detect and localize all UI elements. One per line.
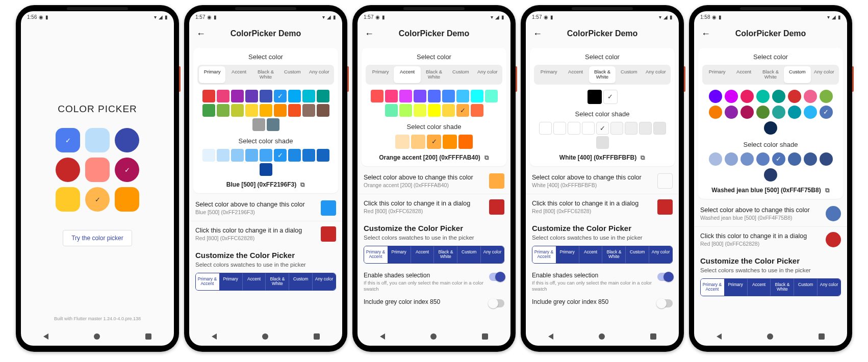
segment-any-color[interactable]: Any color <box>313 273 336 290</box>
segment-custom[interactable]: Custom <box>626 246 649 263</box>
copy-icon[interactable]: ⧉ <box>825 187 830 194</box>
color-chip[interactable] <box>458 135 473 149</box>
tab-black-white[interactable]: Black & White <box>421 66 447 83</box>
color-chip[interactable]: ✓ <box>274 149 287 162</box>
back-button[interactable]: ← <box>363 27 376 41</box>
home-swatch[interactable]: ✓ <box>85 187 110 212</box>
copy-icon[interactable]: ⧉ <box>641 154 645 161</box>
nav-home-icon[interactable] <box>94 333 100 340</box>
tab-any-color[interactable]: Any color <box>643 66 669 83</box>
color-chip[interactable] <box>231 149 244 162</box>
segment-primary[interactable]: Primary <box>556 246 579 263</box>
color-chip[interactable] <box>456 90 469 102</box>
color-chip[interactable] <box>302 149 315 162</box>
color-chip[interactable] <box>764 121 777 135</box>
segment-accent[interactable]: Accent <box>243 273 266 290</box>
color-chip[interactable] <box>260 104 272 117</box>
color-chip[interactable] <box>317 149 329 162</box>
dialog-color-row[interactable]: Click this color to change it in a dialo… <box>694 228 847 251</box>
tab-black-white[interactable]: Black & White <box>757 66 784 83</box>
home-swatch[interactable] <box>56 187 80 212</box>
nav-back-icon[interactable] <box>212 333 217 340</box>
include-grey-switch[interactable] <box>657 299 673 307</box>
tab-custom[interactable]: Custom <box>447 66 474 83</box>
color-chip[interactable] <box>442 90 455 102</box>
color-chip[interactable] <box>260 90 272 102</box>
back-button[interactable]: ← <box>699 27 712 41</box>
back-button[interactable]: ← <box>531 27 544 41</box>
tab-accent[interactable]: Accent <box>225 66 252 83</box>
color-chip[interactable]: ✓ <box>820 106 833 119</box>
nav-back-icon[interactable] <box>43 333 48 340</box>
color-chip[interactable] <box>443 135 457 149</box>
color-chip[interactable] <box>725 152 738 166</box>
color-chip[interactable] <box>610 122 623 135</box>
color-chip[interactable] <box>217 104 229 117</box>
color-chip[interactable]: ✓ <box>772 152 785 166</box>
segment-primary-accent[interactable]: Primary & Accent <box>364 246 388 263</box>
segment-any-color[interactable]: Any color <box>818 279 840 296</box>
color-chip[interactable] <box>568 122 580 135</box>
nav-recent-icon[interactable] <box>482 333 488 340</box>
segment-primary-accent[interactable]: Primary & Accent <box>196 273 219 290</box>
dialog-color-row[interactable]: Click this color to change it in a dialo… <box>358 195 510 219</box>
color-chip[interactable] <box>788 152 801 166</box>
color-chip[interactable] <box>202 149 215 162</box>
color-chip[interactable] <box>625 122 637 135</box>
color-chip[interactable] <box>553 122 566 135</box>
color-chip[interactable] <box>399 90 412 102</box>
scroll-content[interactable]: Select color PrimaryAccentBlack & WhiteC… <box>358 45 510 327</box>
color-chip[interactable]: ✓ <box>603 90 618 104</box>
enable-shades-switch[interactable] <box>489 273 504 281</box>
color-chip[interactable] <box>788 106 801 119</box>
home-swatch[interactable] <box>115 128 139 152</box>
color-chip[interactable] <box>231 104 244 117</box>
tab-any-color[interactable]: Any color <box>306 66 333 83</box>
segment-black-white[interactable]: Black & White <box>771 279 794 296</box>
color-chip[interactable]: ✓ <box>596 122 609 135</box>
color-chip[interactable] <box>385 90 398 102</box>
dialog-color-row[interactable]: Click this color to change it in a dialo… <box>189 222 342 246</box>
segment-custom[interactable]: Custom <box>457 246 481 263</box>
dialog-color-preview[interactable] <box>657 199 673 215</box>
tab-black-white[interactable]: Black & White <box>252 66 279 83</box>
back-button[interactable]: ← <box>194 27 208 41</box>
color-chip[interactable] <box>288 104 301 117</box>
color-chip[interactable] <box>245 149 258 162</box>
color-chip[interactable] <box>772 106 785 119</box>
color-chip[interactable] <box>596 136 609 149</box>
segment-black-white[interactable]: Black & White <box>434 246 457 263</box>
color-chip[interactable] <box>414 104 426 117</box>
color-chip[interactable] <box>317 104 329 117</box>
segment-primary[interactable]: Primary <box>724 279 748 296</box>
color-chip[interactable] <box>772 90 785 103</box>
segment-primary-accent[interactable]: Primary & Accent <box>532 246 556 263</box>
nav-recent-icon[interactable] <box>314 333 320 340</box>
color-chip[interactable] <box>245 104 258 117</box>
segment-any-color[interactable]: Any color <box>481 246 504 263</box>
home-swatch[interactable] <box>85 158 110 182</box>
color-chip[interactable] <box>302 104 315 117</box>
color-chip[interactable] <box>260 163 272 176</box>
segment-any-color[interactable]: Any color <box>649 246 672 263</box>
color-chip[interactable] <box>260 149 272 162</box>
color-chip[interactable] <box>539 122 552 135</box>
home-swatch[interactable]: ✓ <box>56 128 80 152</box>
tab-accent[interactable]: Accent <box>562 66 589 83</box>
segment-black-white[interactable]: Black & White <box>266 273 289 290</box>
color-chip[interactable] <box>317 90 329 102</box>
color-chip[interactable] <box>725 106 738 119</box>
home-swatch[interactable]: ✓ <box>115 158 139 182</box>
color-chip[interactable] <box>371 90 384 102</box>
dialog-color-preview[interactable] <box>826 232 841 247</box>
color-chip[interactable]: ✓ <box>427 135 441 149</box>
color-chip[interactable] <box>741 90 754 103</box>
include-grey-switch[interactable] <box>489 299 504 307</box>
color-chip[interactable] <box>288 149 301 162</box>
color-chip[interactable] <box>582 122 595 135</box>
color-chip[interactable] <box>804 90 817 103</box>
home-swatch[interactable] <box>85 128 110 152</box>
dialog-color-row[interactable]: Click this color to change it in a dialo… <box>526 195 679 219</box>
tab-accent[interactable]: Accent <box>394 66 420 83</box>
color-chip[interactable] <box>274 104 287 117</box>
